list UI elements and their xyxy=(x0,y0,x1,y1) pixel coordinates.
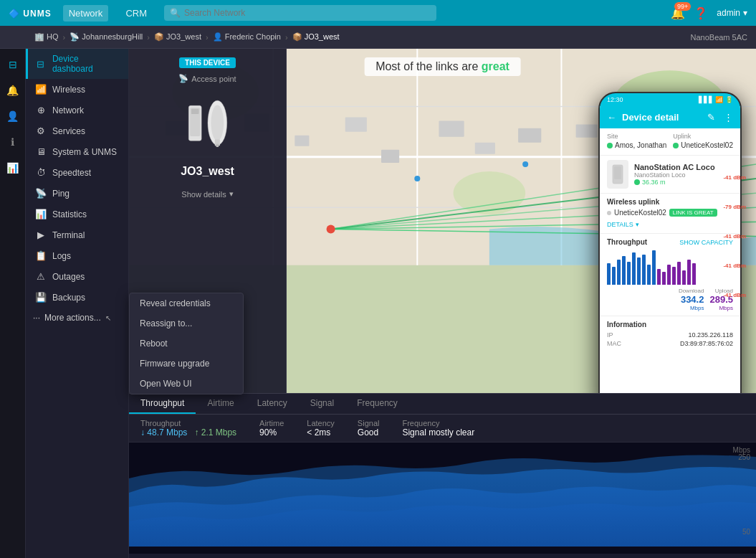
sidebar-item-wireless[interactable]: 📶 Wireless xyxy=(26,79,128,100)
back-icon[interactable]: ← xyxy=(607,112,616,123)
dropdown-firmware[interactable]: Firmware upgrade xyxy=(130,354,243,374)
sidebar-item-terminal[interactable]: ▶ Terminal xyxy=(26,224,128,245)
bar-9 xyxy=(647,265,651,285)
breadcrumb-hq[interactable]: 🏢 HQ xyxy=(34,32,59,42)
dropdown-reboot[interactable]: Reboot xyxy=(130,334,243,354)
logs-icon: 📋 xyxy=(35,250,47,261)
throughput-chart xyxy=(607,249,733,285)
bar-p5 xyxy=(677,262,681,285)
top-nav: 🔷 UNMS Network CRM 🔍 🔔 99+ ❓ admin ▾ xyxy=(0,0,756,26)
mobile-signal-icons: ▋▋▋ 📶 🔋 xyxy=(699,96,733,103)
access-point-icon: 📡 xyxy=(178,74,188,83)
mobile-throughput: Throughput SHOW CAPACITY xyxy=(600,234,740,316)
sidebar-item-backups[interactable]: 💾 Backups xyxy=(26,287,128,308)
throughput-values: Download 334.2 Mbps Upload 289.5 Mbps xyxy=(607,288,733,311)
nav-crm[interactable]: CRM xyxy=(120,5,153,22)
sidebar-item-services[interactable]: ⚙ Services xyxy=(26,120,128,141)
bar-4 xyxy=(622,256,626,285)
details-button[interactable]: DETAILS xyxy=(607,221,633,228)
notifications-button[interactable]: 🔔 99+ xyxy=(671,6,685,20)
nav-network[interactable]: Network xyxy=(63,5,109,22)
breadcrumb-chopin[interactable]: 👤 Frederic Chopin xyxy=(213,32,281,42)
wireless-uplink-section: Wireless uplink UneticeKostel02 LINK IS … xyxy=(600,194,740,234)
chart-tabs: Throughput Airtime Latency Signal Freque… xyxy=(129,394,756,415)
bar-8 xyxy=(642,255,646,285)
breadcrumb-jo3west[interactable]: 📦 JO3_west xyxy=(154,32,201,42)
network-icon: ⊕ xyxy=(35,105,47,115)
sidebar-item-logs[interactable]: 📋 Logs xyxy=(26,245,128,266)
dropdown-reassign[interactable]: Reassign to... xyxy=(130,313,243,334)
device-type-label: 📡 Access point xyxy=(178,74,236,83)
top-nav-right: 🔔 99+ ❓ admin ▾ xyxy=(671,6,747,20)
chevron-down-icon: ▾ xyxy=(743,8,747,18)
device-online-dot xyxy=(634,179,640,185)
mobile-more-icon[interactable]: ⋮ xyxy=(724,112,733,123)
sidebar-icon-chart[interactable]: 📊 xyxy=(3,158,23,178)
mobile-site-uplink: Site Amos, Jonathan Uplink Un xyxy=(600,128,740,156)
signal-bar-2: -79 dBm xyxy=(723,204,746,210)
mobile-information: Information IP 10.235.226.118 MAC D3:89:… xyxy=(600,316,740,353)
sidebar-icon-alert[interactable]: 🔔 xyxy=(3,80,23,100)
sidebar-item-dashboard[interactable]: ⊟ Device dashboard xyxy=(26,49,128,79)
mobile-device-info: NanoStation AC Loco NanoStation Loco 36.… xyxy=(600,156,740,194)
sidebar: ⊟ 🔔 👤 ℹ 📊 ⊟ Device dashboard 📶 Wireless … xyxy=(0,49,129,558)
cursor-icon: ↖ xyxy=(105,314,111,322)
app-logo: 🔷 UNMS xyxy=(9,7,52,19)
svg-rect-16 xyxy=(439,121,464,137)
tab-signal[interactable]: Signal xyxy=(299,394,345,414)
main-layout: ⊟ 🔔 👤 ℹ 📊 ⊟ Device dashboard 📶 Wireless … xyxy=(0,49,756,558)
sidebar-item-statistics[interactable]: 📊 Statistics xyxy=(26,204,128,224)
svg-rect-19 xyxy=(576,125,598,138)
sidebar-item-outages[interactable]: ⚠ Outages xyxy=(26,266,128,287)
dropdown-open-web-ui[interactable]: Open Web UI xyxy=(130,374,243,394)
sidebar-item-speedtest[interactable]: ⏱ Speedtest xyxy=(26,162,128,183)
svg-rect-15 xyxy=(381,150,399,163)
system-icon: 🖥 xyxy=(35,146,47,157)
dropdown-reveal-credentials[interactable]: Reveal credentials xyxy=(130,293,243,313)
svg-rect-39 xyxy=(614,166,621,179)
tab-frequency[interactable]: Frequency xyxy=(345,394,409,414)
help-button[interactable]: ❓ xyxy=(694,6,708,20)
mobile-edit-icon[interactable]: ✎ xyxy=(707,112,715,123)
sidebar-item-network[interactable]: ⊕ Network xyxy=(26,100,128,120)
bar-p1 xyxy=(657,269,661,285)
svg-point-9 xyxy=(454,171,526,214)
sidebar-icon-info[interactable]: ℹ xyxy=(3,132,23,152)
services-icon: ⚙ xyxy=(35,126,47,136)
bar-7 xyxy=(637,257,641,285)
search-input[interactable] xyxy=(164,5,436,21)
sidebar-icon-home[interactable]: ⊟ xyxy=(3,55,23,75)
svg-rect-18 xyxy=(518,128,541,143)
sidebar-nav: ⊟ Device dashboard 📶 Wireless ⊕ Network … xyxy=(26,49,128,558)
tab-latency[interactable]: Latency xyxy=(246,394,299,414)
breadcrumb-johannesburg[interactable]: 📡 JohannesburgHill xyxy=(70,32,143,42)
chevron-down-icon: ▾ xyxy=(636,221,639,228)
bar-6 xyxy=(632,252,636,285)
chart-stat-signal: Signal Good xyxy=(358,419,380,438)
device-name: JO3_west xyxy=(181,165,234,178)
sidebar-icon-user[interactable]: 👤 xyxy=(3,106,23,126)
chart-y-min: 50 xyxy=(742,528,750,536)
tab-throughput[interactable]: Throughput xyxy=(129,394,196,414)
bar-1 xyxy=(607,263,611,285)
more-actions-button[interactable]: ··· More actions... ↖ xyxy=(26,308,128,328)
map-quality-label: great xyxy=(482,60,509,72)
outages-icon: ⚠ xyxy=(35,271,47,282)
signal-bar-4: -41 dBm xyxy=(723,263,746,269)
show-details-button[interactable]: Show details ▾ xyxy=(181,189,233,199)
chart-canvas-area: Mbps 250 50 xyxy=(129,443,756,554)
ping-icon: 📡 xyxy=(35,188,47,199)
more-actions-icon: ··· xyxy=(33,313,40,323)
mobile-device-icon xyxy=(611,164,625,185)
tab-airtime[interactable]: Airtime xyxy=(196,394,245,414)
device-image xyxy=(179,96,236,153)
svg-rect-33 xyxy=(191,109,198,114)
device-type-label: NanoBeam 5AC xyxy=(691,33,748,42)
backups-icon: 💾 xyxy=(35,292,47,303)
sidebar-item-ping[interactable]: 📡 Ping xyxy=(26,183,128,204)
sidebar-item-system[interactable]: 🖥 System & UNMS xyxy=(26,141,128,162)
mobile-header: ← Device detail ✎ ⋮ xyxy=(600,106,740,128)
user-menu[interactable]: admin ▾ xyxy=(717,8,747,18)
speedtest-icon: ⏱ xyxy=(35,167,47,178)
svg-rect-17 xyxy=(475,143,495,154)
